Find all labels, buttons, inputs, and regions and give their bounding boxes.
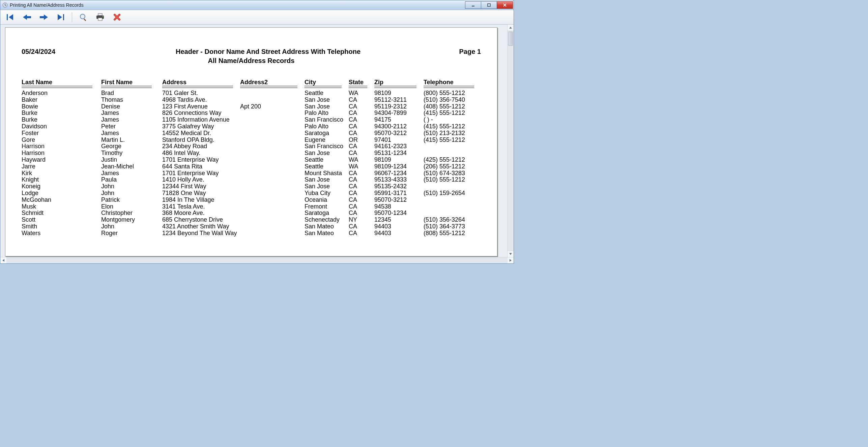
cell-last: Lodge <box>22 190 101 197</box>
prev-page-button[interactable] <box>19 11 35 23</box>
cell-addr2 <box>240 223 305 230</box>
cell-first: George <box>101 143 162 150</box>
cell-first: James <box>101 117 162 123</box>
cell-city: San Francisco <box>305 143 349 150</box>
cell-state: CA <box>349 150 374 157</box>
first-page-button[interactable] <box>2 11 18 23</box>
cell-zip: 94161-2323 <box>374 143 424 150</box>
report-page-label: Page 1 <box>427 48 481 56</box>
document-viewport[interactable]: 05/24/2024 Header - Donor Name And Stree… <box>0 25 507 257</box>
cell-addr2 <box>240 203 305 210</box>
cell-city: San Mateo <box>305 223 349 230</box>
cell-last: McGoohan <box>22 197 101 203</box>
zoom-button[interactable] <box>76 11 91 23</box>
window-title: Printing All Name/Address Records <box>10 2 465 8</box>
cell-last: Waters <box>22 230 101 237</box>
cell-addr: 826 Connections Way <box>162 110 240 117</box>
cell-city: Seattle <box>305 90 349 97</box>
cell-tel <box>424 143 480 150</box>
table-row: WatersRoger1234 Beyond The Wall WaySan M… <box>22 230 481 237</box>
table-row: BowieDenise123 First AvenueApt 200San Jo… <box>22 103 481 110</box>
cell-tel: (510) 674-3283 <box>424 170 480 177</box>
cell-tel: (425) 555-1212 <box>424 157 480 163</box>
cell-addr: 701 Galer St. <box>162 90 240 97</box>
cell-state: CA <box>349 110 374 117</box>
cell-zip: 98109 <box>374 157 424 163</box>
cell-city: San Jose <box>305 183 349 190</box>
cell-tel <box>424 197 480 203</box>
cell-addr2 <box>240 190 305 197</box>
last-page-button[interactable] <box>53 11 68 23</box>
svg-rect-11 <box>63 14 64 20</box>
cell-first: John <box>101 183 162 190</box>
table-row: MuskElon3141 Tesla Ave.FremontCA94538 <box>22 203 481 210</box>
scroll-thumb[interactable] <box>508 32 513 46</box>
scroll-left-icon[interactable] <box>0 257 6 263</box>
cell-last: Kirk <box>22 170 101 177</box>
th-state: State <box>349 78 374 88</box>
cell-addr: 14552 Medical Dr. <box>162 130 240 137</box>
svg-rect-15 <box>98 13 102 15</box>
cell-addr2 <box>240 170 305 177</box>
cell-addr2 <box>240 230 305 237</box>
scroll-right-icon[interactable] <box>508 257 514 263</box>
print-preview-window: Printing All Name/Address Records <box>0 0 514 264</box>
maximize-button[interactable] <box>481 1 497 9</box>
cell-last: Gore <box>22 137 101 143</box>
cell-state: CA <box>349 183 374 190</box>
next-page-button[interactable] <box>36 11 52 23</box>
cell-zip: 95112-3211 <box>374 97 424 103</box>
cell-addr: 123 First Avenue <box>162 103 240 110</box>
svg-marker-20 <box>509 253 512 255</box>
cell-city: Mount Shasta <box>305 170 349 177</box>
cell-city: San Jose <box>305 150 349 157</box>
th-first: First Name <box>101 78 162 88</box>
report-subtitle: All Name/Address Records <box>22 57 481 65</box>
vertical-scrollbar[interactable] <box>507 25 514 257</box>
cell-state: CA <box>349 177 374 183</box>
cell-addr2 <box>240 117 305 123</box>
cell-tel: (510) 159-2654 <box>424 190 480 197</box>
cell-addr: 1234 Beyond The Wall Way <box>162 230 240 237</box>
close-button[interactable] <box>497 1 513 9</box>
scroll-up-icon[interactable] <box>508 25 514 31</box>
cell-zip: 95070-3212 <box>374 130 424 137</box>
cell-first: Brad <box>101 90 162 97</box>
cell-city: Seattle <box>305 163 349 170</box>
toolbar-separator <box>72 12 72 22</box>
cell-last: Burke <box>22 110 101 117</box>
minimize-button[interactable] <box>465 1 481 9</box>
window-controls <box>465 1 513 9</box>
table-row: SchmidtChristopher368 Moore Ave.Saratoga… <box>22 210 481 217</box>
th-zip: Zip <box>374 78 424 88</box>
print-button[interactable] <box>92 11 108 23</box>
cell-zip: 95070-3212 <box>374 197 424 203</box>
table-row: KoneigJohn12344 First WaySan JoseCA95135… <box>22 183 481 190</box>
cell-state: CA <box>349 210 374 217</box>
cell-addr: 234 Abbey Road <box>162 143 240 150</box>
cell-state: CA <box>349 97 374 103</box>
cell-zip: 98109-1234 <box>374 163 424 170</box>
cell-zip: 94538 <box>374 203 424 210</box>
cell-last: Foster <box>22 130 101 137</box>
table-row: ScottMontgomery685 Cherrystone DriveSche… <box>22 217 481 223</box>
cell-zip: 95119-2312 <box>374 103 424 110</box>
titlebar: Printing All Name/Address Records <box>0 0 514 10</box>
hscroll-track[interactable] <box>6 257 508 263</box>
cell-last: Koneig <box>22 183 101 190</box>
cell-addr: 4968 Tardis Ave. <box>162 97 240 103</box>
cell-state: WA <box>349 163 374 170</box>
cell-tel: (415) 555-1212 <box>424 110 480 117</box>
scroll-track[interactable] <box>508 31 514 251</box>
cell-addr: 368 Moore Ave. <box>162 210 240 217</box>
cancel-button[interactable] <box>109 11 125 23</box>
cell-last: Knight <box>22 177 101 183</box>
table-row: SmithJohn4321 Another Smith WaySan Mateo… <box>22 223 481 230</box>
cell-zip: 94403 <box>374 223 424 230</box>
cell-tel: (206) 555-1212 <box>424 163 480 170</box>
cell-addr2 <box>240 137 305 143</box>
scroll-down-icon[interactable] <box>508 251 514 257</box>
cell-tel <box>424 203 480 210</box>
cell-last: Anderson <box>22 90 101 97</box>
horizontal-scrollbar[interactable] <box>0 257 514 263</box>
